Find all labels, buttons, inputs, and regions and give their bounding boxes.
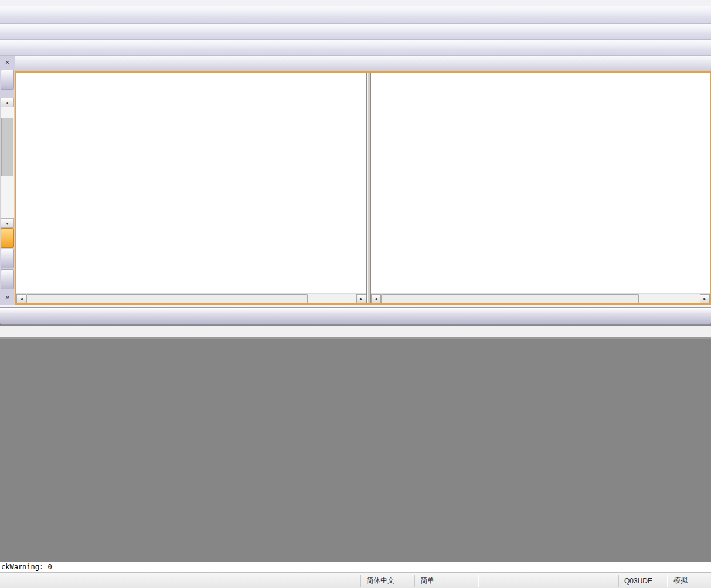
st-code-pane[interactable]: ◂ ▸ — [16, 73, 367, 303]
status-edit-mode: 简单 — [414, 575, 479, 587]
scroll-thumb[interactable] — [1, 118, 13, 176]
docking-toolbar-strip: × ▴ ▾ » — [0, 56, 15, 305]
scroll-track-bottom[interactable] — [1, 176, 14, 218]
empty-dock-area — [0, 392, 711, 562]
hscroll-thumb[interactable] — [26, 294, 308, 303]
hscroll-track[interactable] — [308, 294, 356, 303]
document-tab-bar — [15, 56, 711, 71]
toolbar-label — [0, 40, 711, 56]
scroll-up-button[interactable]: ▴ — [1, 98, 14, 107]
chevron-icon: » — [5, 293, 9, 301]
code-hscrollbar[interactable]: ◂ ▸ — [16, 293, 366, 303]
dock-splitter-band[interactable] — [0, 307, 711, 325]
monitor-hscrollbar[interactable]: ◂ ▸ — [371, 293, 710, 303]
menu-bar — [0, 0, 711, 6]
monitor-values-text — [371, 73, 710, 293]
active-tool-button[interactable] — [1, 228, 14, 248]
dock-button-1[interactable] — [1, 70, 14, 89]
hscroll-thumb[interactable] — [381, 294, 639, 303]
scroll-down-icon: ▾ — [6, 221, 8, 226]
status-bar: 简体中文 简单 Q03UDE 模拟 — [0, 573, 711, 588]
check-result-table — [0, 337, 711, 339]
output-warning-text: ckWarning: 0 — [1, 563, 52, 571]
scroll-track-top[interactable] — [1, 107, 14, 118]
scroll-right-button[interactable]: ▸ — [700, 294, 710, 303]
output-warning-line: ckWarning: 0 — [0, 562, 711, 573]
editor-splitter[interactable] — [367, 73, 371, 303]
scroll-up-icon: ▴ — [6, 100, 8, 105]
close-panel-button[interactable]: × — [1, 56, 14, 69]
st-editor-window: ◂ ▸ ◂ ▸ — [15, 71, 711, 305]
st-code-text — [16, 73, 366, 293]
scroll-right-icon: ▸ — [360, 296, 363, 302]
scroll-left-button[interactable]: ◂ — [371, 294, 381, 303]
dock-button-2[interactable] — [1, 249, 14, 268]
monitor-pane[interactable]: ◂ ▸ — [371, 73, 710, 303]
dock-button-3[interactable] — [1, 269, 14, 289]
toolbar-find — [0, 24, 711, 40]
output-panel-strip — [0, 326, 711, 337]
status-language: 简体中文 — [360, 575, 414, 587]
status-connection: 模拟 — [668, 575, 702, 587]
scroll-right-icon: ▸ — [703, 296, 706, 302]
hscroll-track[interactable] — [639, 294, 700, 303]
expand-strip-button[interactable]: » — [1, 290, 14, 304]
toolbar-standard — [0, 6, 711, 24]
scroll-down-button[interactable]: ▾ — [1, 218, 14, 228]
strip-gap-1 — [0, 90, 15, 98]
scroll-right-button[interactable]: ▸ — [356, 294, 366, 303]
scroll-left-icon: ◂ — [20, 296, 23, 302]
status-cpu-type: Q03UDE — [618, 575, 668, 587]
panel-scrollbar[interactable]: ▴ ▾ — [1, 98, 14, 228]
scroll-left-icon: ◂ — [375, 296, 377, 302]
scroll-left-button[interactable]: ◂ — [16, 294, 26, 303]
status-empty-segment — [0, 575, 360, 587]
status-blank-segment — [479, 575, 618, 587]
close-icon: × — [5, 59, 9, 67]
